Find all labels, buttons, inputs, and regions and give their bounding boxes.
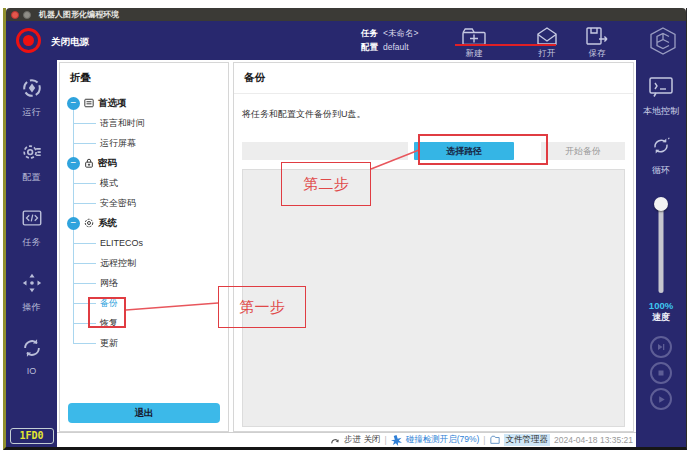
tree-item-label: 首选项 (98, 97, 127, 110)
window-title: 机器人图形化编程环境 (39, 9, 119, 20)
step-mode-status[interactable]: 步进 关闭 (344, 434, 380, 446)
screenshot-canvas: 机器人图形化编程环境 关闭电源 任务<未命名> 配置default 新建 打开 … (0, 0, 697, 472)
tree-item-language-time[interactable]: 语言和时间 (60, 113, 228, 133)
nav-item-config[interactable]: 配置 (21, 142, 43, 184)
step-mode-icon (330, 435, 340, 445)
config-label: 配置 (361, 42, 378, 52)
system-gear-icon (84, 218, 94, 228)
nav-label: 运行 (23, 106, 41, 119)
tree-item-safety-password[interactable]: 安全密码 (60, 193, 228, 213)
tree-item-label: 备份 (100, 297, 118, 310)
open-label: 打开 (525, 48, 569, 60)
backup-panel: 备份 将任务和配置文件备份到U盘。 选择路径 开始备份 (233, 62, 634, 432)
task-label: 任务 (361, 28, 378, 38)
backup-body: 将任务和配置文件备份到U盘。 选择路径 开始备份 (234, 94, 633, 431)
slider-track[interactable] (659, 204, 664, 293)
nav-item-run[interactable]: 运行 (21, 77, 43, 119)
new-label: 新建 (452, 48, 496, 60)
app-header: 关闭电源 任务<未命名> 配置default 新建 打开 保存 (6, 21, 686, 60)
tree-item-update[interactable]: 更新 (60, 333, 228, 353)
settings-tree: − 首选项 语言和时间 运行屏幕 − 密码 模式 (60, 93, 228, 397)
nav-label: 操作 (23, 301, 41, 314)
backup-path-input[interactable] (242, 142, 408, 160)
nav-label: 任务 (23, 236, 41, 249)
start-backup-button[interactable]: 开始备份 (541, 142, 625, 160)
tree-item-label: 恢复 (100, 317, 118, 330)
stop-button[interactable] (650, 362, 672, 384)
tree-item-label: 运行屏幕 (100, 137, 136, 150)
power-button[interactable] (16, 28, 41, 53)
tree-item-label: ELITECOs (100, 238, 143, 248)
config-value: default (383, 42, 409, 52)
tree-item-password[interactable]: − 密码 (60, 153, 228, 173)
file-manager-button[interactable]: 文件管理器 (504, 434, 551, 446)
tree-item-elitecos[interactable]: ELITECOs (60, 233, 228, 253)
window-close-icon[interactable] (11, 11, 19, 19)
backup-log-area (242, 169, 625, 427)
tree-item-remote-control[interactable]: 远程控制 (60, 253, 228, 273)
io-cycle-icon (21, 337, 43, 363)
nav-label: IO (27, 366, 37, 376)
speed-label: 速度 (652, 311, 670, 324)
page-title: 备份 (234, 63, 633, 94)
collapse-node-icon[interactable]: − (67, 157, 80, 170)
app-window: 机器人图形化编程环境 关闭电源 任务<未命名> 配置default 新建 打开 … (3, 8, 687, 450)
exit-button[interactable]: 退出 (68, 403, 220, 423)
new-button[interactable]: 新建 (452, 26, 496, 60)
window-minimize-icon[interactable] (23, 11, 31, 19)
right-control-bar: 本地控制 循环 100% 速度 (636, 60, 686, 447)
task-config-info: 任务<未命名> 配置default (361, 26, 418, 54)
status-datetime: 2024-04-18 13:35:21 (554, 435, 633, 445)
nav-item-operate[interactable]: 操作 (21, 272, 43, 314)
step-forward-button[interactable] (650, 336, 672, 358)
tree-item-label: 模式 (100, 177, 118, 190)
tree-item-label: 系统 (98, 217, 117, 230)
tree-item-label: 语言和时间 (100, 117, 145, 130)
collapse-node-icon[interactable]: − (67, 217, 80, 230)
tree-item-mode[interactable]: 模式 (60, 173, 228, 193)
tree-item-backup[interactable]: 备份 (60, 293, 228, 313)
tree-item-system[interactable]: − 系统 (60, 213, 228, 233)
open-envelope-icon (525, 26, 569, 46)
separator: | (483, 435, 485, 445)
loop-button[interactable]: 循环 (649, 135, 673, 177)
power-label: 关闭电源 (51, 36, 89, 49)
separator: | (384, 435, 386, 445)
file-manager-icon (490, 435, 500, 445)
tree-item-label: 安全密码 (100, 197, 136, 210)
nav-item-io[interactable]: IO (21, 337, 43, 376)
tree-item-run-screen[interactable]: 运行屏幕 (60, 133, 228, 153)
save-button[interactable]: 保存 (575, 26, 619, 60)
collapse-node-icon[interactable]: − (67, 97, 80, 110)
tree-item-preferences[interactable]: − 首选项 (60, 93, 228, 113)
local-control-label: 本地控制 (643, 105, 679, 118)
lock-icon (84, 158, 94, 168)
loop-label: 循环 (652, 164, 670, 177)
play-button[interactable] (650, 388, 672, 410)
new-folder-icon (452, 26, 496, 46)
save-icon (575, 26, 619, 46)
nav-item-task[interactable]: 任务 (21, 207, 43, 249)
status-code-badge: 1FD0 (10, 428, 54, 444)
tree-item-restore[interactable]: 恢复 (60, 313, 228, 333)
task-value: <未命名> (383, 28, 418, 38)
move-arrows-icon (21, 272, 43, 298)
settings-tree-panel: 折叠 − 首选项 语言和时间 运行屏幕 − (59, 62, 229, 432)
backup-description: 将任务和配置文件备份到U盘。 (242, 108, 625, 121)
speed-slider[interactable] (651, 197, 671, 293)
select-path-button[interactable]: 选择路径 (414, 142, 514, 160)
preferences-icon (84, 98, 94, 108)
speed-percent: 100% (649, 300, 673, 311)
open-button[interactable]: 打开 (525, 26, 569, 60)
slider-knob[interactable] (654, 197, 668, 211)
os-titlebar: 机器人图形化编程环境 (6, 8, 686, 21)
nav-label: 配置 (23, 171, 41, 184)
terminal-icon (648, 76, 674, 102)
run-icon (21, 77, 43, 103)
local-control-button[interactable]: 本地控制 (643, 76, 679, 118)
tree-item-label: 密码 (98, 157, 117, 170)
loop-icon (649, 135, 673, 161)
collision-status[interactable]: 碰撞检测开启(79%) (406, 434, 480, 446)
save-label: 保存 (575, 48, 619, 60)
tree-item-network[interactable]: 网络 (60, 273, 228, 293)
